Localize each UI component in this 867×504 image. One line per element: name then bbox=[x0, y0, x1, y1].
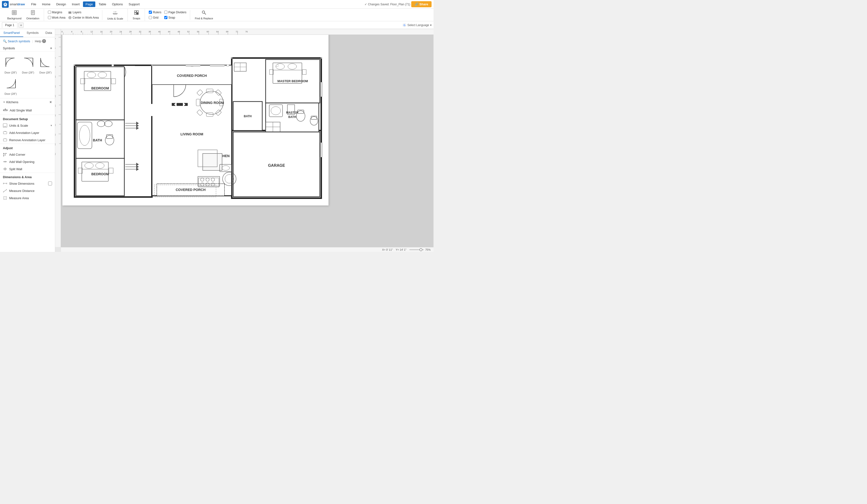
nav-options[interactable]: Options bbox=[110, 1, 125, 7]
svg-text:←→: ←→ bbox=[4, 182, 6, 183]
nav-page[interactable]: Page bbox=[83, 1, 95, 7]
find-replace-button[interactable]: Find & Replace bbox=[193, 9, 215, 21]
measure-area-button[interactable]: A Measure Area bbox=[0, 194, 55, 201]
rulers-check[interactable]: Rulers bbox=[148, 10, 162, 14]
svg-point-49 bbox=[3, 153, 4, 154]
door-label-3: Door (28") bbox=[40, 71, 52, 74]
svg-point-242 bbox=[74, 65, 75, 66]
add-page-button[interactable]: + bbox=[18, 22, 24, 28]
orientation-button[interactable]: Orientation bbox=[24, 9, 41, 21]
zoom-slider-thumb[interactable] bbox=[419, 248, 422, 251]
symbols-menu-icon[interactable]: ≡ bbox=[50, 46, 52, 50]
toolbar-group-background: Background Orientation bbox=[3, 9, 44, 21]
top-navigation: smartdraw File Home Design Insert Page T… bbox=[0, 0, 434, 9]
margins-check[interactable]: Margins bbox=[47, 10, 66, 14]
svg-text:GARAGE: GARAGE bbox=[268, 163, 285, 167]
share-button[interactable]: 🔗 Share bbox=[411, 1, 431, 7]
svg-text:1:10: 1:10 bbox=[114, 11, 116, 13]
add-wall-opening-button[interactable]: Add Wall Opening bbox=[0, 158, 55, 165]
add-annotation-icon bbox=[3, 131, 7, 135]
page-dividers-check[interactable]: Page Dividers bbox=[163, 10, 188, 14]
svg-text:76: 76 bbox=[245, 31, 248, 33]
kitchens-label: ▼ Kitchens bbox=[3, 100, 18, 104]
page-dividers-checkbox[interactable] bbox=[164, 11, 168, 14]
canvas-area[interactable]: 0 4 8 12 16 20 24 28 32 36 40 44 48 52 5… bbox=[55, 29, 434, 252]
rulers-checkbox[interactable] bbox=[149, 11, 152, 14]
center-work-area-row[interactable]: Center in Work Area bbox=[67, 15, 100, 20]
app-logo[interactable]: smartdraw bbox=[2, 1, 25, 8]
svg-rect-4 bbox=[31, 10, 35, 15]
units-scale-button[interactable]: 1:10 Units & Scale bbox=[105, 9, 125, 21]
nav-home[interactable]: Home bbox=[40, 1, 53, 7]
floor-plan-svg[interactable]: BEDROOM BATH BEDROOM COVERED PORCH LIVIN… bbox=[62, 34, 329, 206]
nav-file[interactable]: File bbox=[29, 1, 39, 7]
kitchens-header[interactable]: ▼ Kitchens ✕ bbox=[0, 98, 55, 106]
svg-text:68: 68 bbox=[226, 31, 228, 33]
search-symbols-link[interactable]: 🔍 Search symbols bbox=[3, 40, 30, 43]
svg-text:44: 44 bbox=[168, 31, 170, 33]
svg-text:60: 60 bbox=[206, 31, 209, 33]
help-icon: ? bbox=[42, 39, 46, 43]
svg-text:32: 32 bbox=[139, 31, 141, 33]
svg-text:A: A bbox=[4, 197, 6, 199]
symbol-door-1[interactable]: Door (28") bbox=[3, 55, 18, 74]
door-label-4: Door (28") bbox=[4, 92, 17, 95]
snaps-icon bbox=[134, 10, 139, 17]
panel-tabs: SmartPanel Symbols Data ✕ bbox=[0, 29, 55, 37]
toolbar-group-view: Rulers Grid Page Dividers Snap bbox=[146, 10, 190, 20]
nav-table[interactable]: Table bbox=[96, 1, 109, 7]
work-area-checkbox[interactable] bbox=[48, 16, 51, 19]
background-button[interactable]: Background bbox=[5, 9, 23, 21]
zoom-slider[interactable] bbox=[409, 249, 424, 250]
grid-checkbox[interactable] bbox=[149, 16, 152, 19]
svg-text:44: 44 bbox=[55, 143, 56, 145]
svg-point-48 bbox=[3, 155, 4, 156]
units-scale-row[interactable]: Units & Scale ▾ bbox=[0, 122, 55, 129]
symbol-door-4[interactable]: Door (28") bbox=[3, 76, 18, 95]
tab-symbols[interactable]: Symbols bbox=[23, 29, 42, 37]
symbol-door-2[interactable]: Door (28") bbox=[20, 55, 36, 74]
svg-point-244 bbox=[231, 57, 233, 59]
tab-smartpanel[interactable]: SmartPanel bbox=[0, 29, 23, 37]
measure-distance-button[interactable]: Measure Distance bbox=[0, 187, 55, 194]
snaps-button[interactable]: Snaps bbox=[131, 9, 142, 21]
search-icon: 🔍 bbox=[3, 40, 7, 43]
svg-rect-23 bbox=[137, 13, 138, 14]
snap-checkbox[interactable] bbox=[164, 16, 168, 19]
main-content: SmartPanel Symbols Data ✕ 🔍 Search symbo… bbox=[0, 29, 434, 252]
tab-data[interactable]: Data bbox=[42, 29, 55, 37]
svg-rect-22 bbox=[135, 13, 136, 14]
door-shape-4 bbox=[3, 76, 18, 91]
ruler-corner bbox=[55, 29, 61, 35]
add-single-wall-button[interactable]: Add Single Wall bbox=[0, 106, 55, 114]
canvas-page[interactable]: BEDROOM BATH BEDROOM COVERED PORCH LIVIN… bbox=[62, 34, 329, 206]
nav-insert[interactable]: Insert bbox=[69, 1, 82, 7]
add-corner-button[interactable]: Add Corner bbox=[0, 151, 55, 158]
svg-text:8: 8 bbox=[55, 57, 56, 58]
measure-distance-icon bbox=[3, 188, 7, 193]
svg-rect-246 bbox=[112, 65, 114, 66]
snap-check[interactable]: Snap bbox=[163, 15, 188, 20]
grid-check[interactable]: Grid bbox=[148, 15, 162, 20]
svg-rect-46 bbox=[3, 139, 7, 141]
kitchens-close-icon[interactable]: ✕ bbox=[49, 100, 52, 104]
layers-row[interactable]: Layers bbox=[67, 10, 100, 14]
page-tab-1[interactable]: Page 1 bbox=[2, 22, 18, 28]
left-panel: SmartPanel Symbols Data ✕ 🔍 Search symbo… bbox=[0, 29, 55, 252]
svg-text:4: 4 bbox=[71, 31, 72, 33]
add-annotation-layer-button[interactable]: Add Annotation Layer bbox=[0, 129, 55, 136]
remove-annotation-layer-button[interactable]: Remove Annotation Layer bbox=[0, 136, 55, 144]
svg-text:56: 56 bbox=[197, 31, 199, 33]
show-dimensions-checkbox[interactable] bbox=[48, 182, 52, 185]
help-link[interactable]: Help ? bbox=[35, 39, 46, 43]
margins-checkbox[interactable] bbox=[48, 11, 51, 14]
nav-support[interactable]: Support bbox=[126, 1, 142, 7]
units-scale-panel-icon bbox=[3, 123, 7, 128]
svg-text:DINING ROOM: DINING ROOM bbox=[201, 101, 224, 105]
measure-area-icon: A bbox=[3, 196, 7, 200]
symbol-door-3[interactable]: Door (28") bbox=[38, 55, 53, 74]
select-language[interactable]: G Select Language ▾ bbox=[403, 23, 431, 27]
split-wall-button[interactable]: Split Wall bbox=[0, 165, 55, 173]
nav-design[interactable]: Design bbox=[54, 1, 68, 7]
work-area-check[interactable]: Work Area bbox=[47, 15, 66, 20]
